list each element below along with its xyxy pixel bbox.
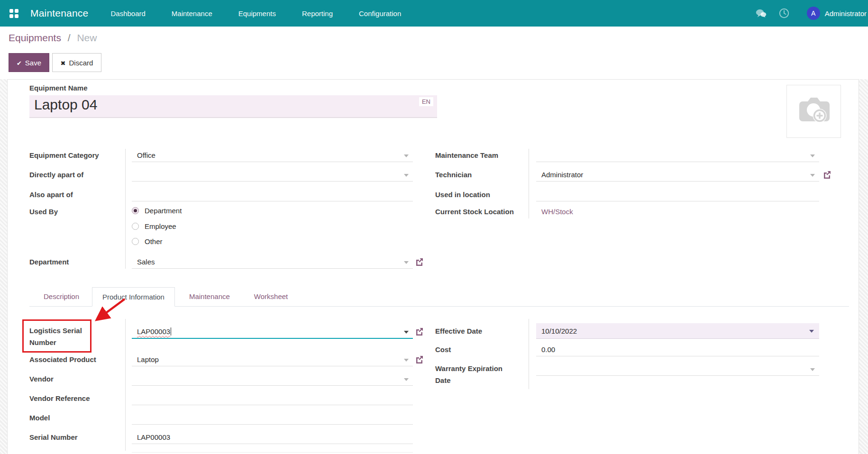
chevron-down-icon[interactable] bbox=[809, 330, 814, 333]
chevron-down-icon[interactable] bbox=[404, 331, 409, 334]
topbar-right: A Administrator bbox=[756, 0, 867, 27]
associated-product-value: Laptop bbox=[137, 355, 159, 363]
vendor-field[interactable] bbox=[132, 372, 413, 386]
chevron-down-icon[interactable] bbox=[404, 378, 409, 381]
apps-menu-icon[interactable] bbox=[9, 9, 18, 18]
cost-value: 0.00 bbox=[541, 345, 555, 354]
notebook-tabs: Description Product Information Maintena… bbox=[29, 287, 849, 307]
next-row-underline bbox=[132, 452, 413, 453]
maintenance-team-label: Maintenance Team bbox=[435, 149, 528, 162]
technician-field[interactable]: Administrator bbox=[536, 168, 819, 182]
used-by-option-employee[interactable]: Employee bbox=[132, 221, 176, 231]
model-label: Model bbox=[29, 411, 122, 425]
used-in-location-field[interactable] bbox=[536, 188, 819, 201]
effective-date-label: Effective Date bbox=[435, 323, 528, 339]
chevron-down-icon[interactable] bbox=[404, 261, 409, 264]
effective-date-field[interactable]: 10/10/2022 bbox=[536, 323, 819, 339]
control-panel: Equipments / New Save Discard bbox=[0, 27, 868, 79]
tab-product-information[interactable]: Product Information bbox=[92, 287, 175, 307]
form-canvas: Equipment Name Laptop 04 EN bbox=[0, 79, 868, 454]
top-navbar: Maintenance Dashboard Maintenance Equipm… bbox=[0, 0, 868, 27]
radio-unselected-icon[interactable] bbox=[132, 223, 139, 230]
camera-plus-icon bbox=[795, 96, 833, 127]
equipment-name-value: Laptop 04 bbox=[34, 97, 97, 113]
chevron-down-icon[interactable] bbox=[810, 154, 815, 157]
tab-maintenance[interactable]: Maintenance bbox=[179, 287, 240, 306]
top-menu: Dashboard Maintenance Equipments Reporti… bbox=[110, 9, 401, 18]
external-link-icon[interactable] bbox=[415, 327, 424, 336]
tab-description[interactable]: Description bbox=[34, 287, 89, 306]
current-stock-location-field: WH/Stock bbox=[536, 205, 819, 218]
cost-field[interactable]: 0.00 bbox=[536, 343, 819, 356]
external-link-icon[interactable] bbox=[415, 257, 424, 266]
chevron-down-icon[interactable] bbox=[810, 174, 815, 177]
menu-equipments[interactable]: Equipments bbox=[238, 9, 276, 18]
logistics-serial-number-value: LAP00003 bbox=[137, 327, 170, 336]
technician-label: Technician bbox=[435, 168, 528, 182]
menu-maintenance[interactable]: Maintenance bbox=[172, 9, 212, 18]
maintenance-team-field[interactable] bbox=[536, 149, 819, 162]
warranty-expiration-date-field[interactable] bbox=[536, 363, 819, 376]
save-button-label: Save bbox=[25, 59, 41, 67]
close-icon bbox=[61, 59, 69, 67]
user-menu[interactable]: Administrator bbox=[825, 9, 867, 18]
technician-value: Administrator bbox=[541, 171, 583, 179]
text-cursor bbox=[171, 327, 171, 336]
serial-number-value: LAP00003 bbox=[137, 433, 170, 441]
vendor-label: Vendor bbox=[29, 372, 122, 386]
stock-location-link[interactable]: WH/Stock bbox=[541, 208, 573, 216]
vendor-reference-label: Vendor Reference bbox=[29, 392, 122, 405]
vendor-reference-field[interactable] bbox=[132, 392, 413, 405]
model-field[interactable] bbox=[132, 411, 413, 425]
department-field[interactable]: Sales bbox=[132, 255, 413, 269]
cost-label: Cost bbox=[435, 343, 528, 356]
activities-clock-icon[interactable] bbox=[778, 8, 790, 19]
menu-reporting[interactable]: Reporting bbox=[302, 9, 333, 18]
department-label: Department bbox=[29, 255, 122, 269]
breadcrumb-new: New bbox=[77, 32, 97, 43]
equipment-name-label: Equipment Name bbox=[29, 84, 88, 92]
used-in-location-label: Used in location bbox=[435, 188, 528, 201]
language-badge[interactable]: EN bbox=[419, 97, 433, 106]
serial-number-field[interactable]: LAP00003 bbox=[132, 431, 413, 444]
save-button[interactable]: Save bbox=[9, 53, 49, 72]
effective-date-value: 10/10/2022 bbox=[541, 327, 577, 335]
radio-unselected-icon[interactable] bbox=[132, 238, 139, 245]
equipment-form-sheet: Equipment Name Laptop 04 EN bbox=[7, 79, 859, 454]
user-avatar[interactable]: A bbox=[807, 7, 820, 20]
equipment-name-input[interactable]: Laptop 04 EN bbox=[29, 95, 437, 118]
chevron-down-icon[interactable] bbox=[810, 368, 815, 371]
department-value: Sales bbox=[137, 258, 155, 266]
check-icon bbox=[17, 59, 25, 67]
menu-configuration[interactable]: Configuration bbox=[359, 9, 401, 18]
serial-number-label: Serial Number bbox=[29, 431, 122, 444]
external-link-icon[interactable] bbox=[822, 170, 831, 179]
tab-worksheet[interactable]: Worksheet bbox=[244, 287, 298, 306]
breadcrumb-equipments[interactable]: Equipments bbox=[9, 32, 61, 43]
logistics-serial-number-field[interactable]: LAP00003 bbox=[132, 325, 413, 339]
warranty-expiration-date-label: Warranty Expiration Date bbox=[435, 363, 511, 386]
breadcrumb: Equipments / New bbox=[9, 32, 97, 44]
discard-button[interactable]: Discard bbox=[52, 53, 101, 72]
discard-button-label: Discard bbox=[69, 59, 93, 67]
maintenance-app-window: Maintenance Dashboard Maintenance Equipm… bbox=[0, 0, 868, 454]
messages-icon[interactable] bbox=[756, 8, 767, 19]
breadcrumb-separator: / bbox=[68, 32, 71, 43]
current-stock-location-label: Current Stock Location bbox=[435, 205, 528, 218]
menu-dashboard[interactable]: Dashboard bbox=[110, 9, 145, 18]
equipment-image-upload[interactable] bbox=[786, 85, 841, 138]
chevron-down-icon[interactable] bbox=[404, 359, 409, 362]
app-title[interactable]: Maintenance bbox=[30, 8, 88, 19]
used-by-option-other[interactable]: Other bbox=[132, 236, 163, 246]
